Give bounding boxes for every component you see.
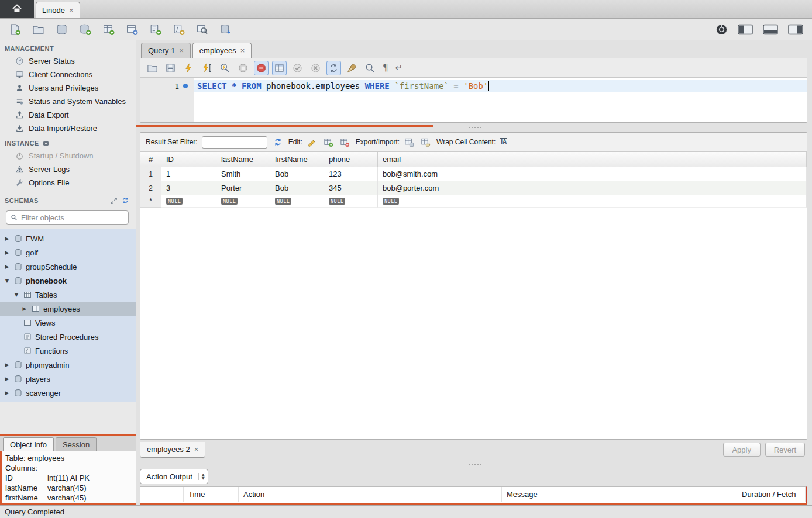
expander-icon[interactable]: ▼	[13, 292, 20, 298]
column-header-id[interactable]: ID	[161, 152, 216, 167]
refresh-results-button[interactable]	[271, 136, 284, 149]
open-script-button[interactable]	[145, 61, 160, 75]
cell-phone[interactable]: NULL	[324, 195, 378, 208]
import-records-button[interactable]	[419, 136, 432, 149]
tab-employees[interactable]: employees ×	[192, 43, 252, 58]
code-area[interactable]: SELECT * FROM phonebook.employees WHERE …	[194, 78, 807, 122]
stop-button[interactable]	[236, 61, 250, 75]
output-type-select[interactable]: Action Output ▲ ▼	[140, 469, 208, 484]
revert-button[interactable]: Revert	[765, 443, 805, 457]
results-output-splitter[interactable]	[136, 460, 812, 467]
sidebar-item-startup-shutdown[interactable]: Startup / Shutdown	[0, 149, 136, 163]
column-header-rownum[interactable]: #	[140, 152, 161, 167]
cell-firstname[interactable]: Bob	[270, 181, 324, 195]
table-row-new[interactable]: * NULL NULL NULL NULL NULL	[140, 195, 807, 208]
cell-phone[interactable]: 123	[324, 167, 378, 181]
sql-editor[interactable]: 1 SELECT * FROM phonebook.employees	[140, 78, 807, 122]
tree-item-schema-phonebook[interactable]: ▼ phonebook	[0, 274, 136, 288]
sidebar-item-data-import[interactable]: Data Import/Restore	[0, 122, 136, 135]
sidebar-item-data-export[interactable]: Data Export	[0, 108, 136, 122]
cell-email[interactable]: bob@porter.com	[378, 181, 807, 195]
create-function-button[interactable]	[171, 22, 187, 37]
output-column-time[interactable]: Time	[184, 487, 239, 502]
wrap-cell-content-toggle[interactable]: IA	[498, 136, 509, 148]
close-icon[interactable]: ×	[240, 47, 245, 54]
sidebar-item-options-file[interactable]: Options File	[0, 176, 136, 189]
tree-item-schema[interactable]: ▶ groupSchedule	[0, 260, 136, 274]
expander-icon[interactable]: ▶	[4, 390, 11, 396]
edit-row-button[interactable]	[305, 136, 319, 149]
expander-icon[interactable]: ▶	[4, 236, 11, 241]
expander-icon[interactable]: ▼	[4, 278, 11, 284]
column-header-firstname[interactable]: firstName	[270, 152, 324, 167]
save-script-button[interactable]	[163, 61, 178, 75]
reconnect-server-button[interactable]	[218, 22, 233, 37]
sidebar-item-status-variables[interactable]: Status and System Variables	[0, 95, 136, 108]
tab-query-1[interactable]: Query 1 ×	[141, 43, 191, 58]
refresh-schemas-button[interactable]	[119, 195, 131, 206]
create-table-button[interactable]	[101, 22, 116, 37]
column-header-phone[interactable]: phone	[324, 152, 378, 167]
sidebar-item-server-logs[interactable]: Server Logs	[0, 163, 136, 176]
output-column-message[interactable]: Message	[502, 487, 737, 502]
tree-item-schema[interactable]: ▶ golf	[0, 246, 136, 260]
expander-icon[interactable]: ▶	[4, 362, 11, 368]
tab-result-set[interactable]: employees 2 ×	[140, 442, 205, 458]
tree-item-table-employees[interactable]: ▶ employees	[0, 302, 136, 316]
stop-on-error-toggle[interactable]	[254, 61, 269, 75]
search-table-data-button[interactable]	[194, 22, 210, 37]
tab-object-info[interactable]: Object Info	[3, 437, 54, 451]
toggle-output-area-button[interactable]	[761, 22, 780, 37]
cell-email[interactable]: bob@smith.com	[378, 167, 807, 181]
autocommit-toggle[interactable]	[326, 61, 341, 75]
add-row-button[interactable]	[322, 136, 335, 149]
close-icon[interactable]: ×	[69, 6, 74, 14]
table-row[interactable]: 2 3 Porter Bob 345 bob@porter.com	[140, 181, 807, 195]
delete-row-button[interactable]	[338, 136, 352, 149]
output-column-duration[interactable]: Duration / Fetch	[737, 487, 806, 502]
sidebar-item-client-connections[interactable]: Client Connections	[0, 68, 136, 81]
splitter-grip[interactable]	[474, 127, 476, 128]
editor-results-splitter[interactable]	[136, 123, 812, 132]
expand-schemas-button[interactable]	[108, 195, 119, 206]
new-sql-tab-button[interactable]	[7, 22, 23, 37]
toggle-sidebar-button[interactable]	[736, 22, 755, 37]
sidebar-item-users-privileges[interactable]: Users and Privileges	[0, 81, 136, 95]
notifications-button[interactable]	[714, 22, 730, 37]
export-resultset-button[interactable]	[402, 136, 416, 149]
commit-button[interactable]	[290, 61, 305, 75]
cell-lastname[interactable]: NULL	[216, 195, 270, 208]
cell-id[interactable]: 1	[161, 167, 216, 181]
create-procedure-button[interactable]	[147, 22, 163, 37]
cell-id[interactable]: 3	[161, 181, 216, 195]
explain-button[interactable]	[218, 61, 232, 75]
create-view-button[interactable]	[124, 22, 140, 37]
home-tab[interactable]	[0, 0, 34, 18]
rollback-button[interactable]	[308, 61, 323, 75]
execute-button[interactable]	[181, 61, 196, 75]
execute-current-button[interactable]	[199, 61, 214, 75]
tree-item-schema[interactable]: ▶ phpmyadmin	[0, 358, 136, 372]
cell-firstname[interactable]: Bob	[270, 167, 324, 181]
cell-lastname[interactable]: Smith	[216, 167, 270, 181]
wrap-text-button[interactable]: ↵	[394, 61, 405, 75]
filter-objects-input[interactable]	[21, 213, 124, 222]
open-sql-script-button[interactable]	[30, 22, 46, 37]
tree-item-schema[interactable]: ▶ FWM	[0, 232, 136, 246]
toggle-secondary-sidebar-button[interactable]	[786, 22, 805, 37]
output-column-action[interactable]: Action	[239, 487, 502, 502]
cell-phone[interactable]: 345	[324, 181, 378, 195]
close-icon[interactable]: ×	[194, 446, 199, 453]
tree-item-functions[interactable]: Functions	[0, 344, 136, 358]
cell-firstname[interactable]: NULL	[270, 195, 324, 208]
limit-rows-toggle[interactable]	[272, 61, 287, 75]
table-row[interactable]: 1 1 Smith Bob 123 bob@smith.com	[140, 167, 807, 181]
close-icon[interactable]: ×	[179, 47, 184, 54]
column-header-lastname[interactable]: lastName	[216, 152, 270, 167]
expander-icon[interactable]: ▶	[21, 306, 28, 312]
column-header-email[interactable]: email	[378, 152, 807, 167]
sidebar-item-server-status[interactable]: Server Status	[0, 54, 136, 68]
find-button[interactable]	[363, 61, 377, 75]
cell-lastname[interactable]: Porter	[216, 181, 270, 195]
apply-button[interactable]: Apply	[723, 443, 761, 457]
